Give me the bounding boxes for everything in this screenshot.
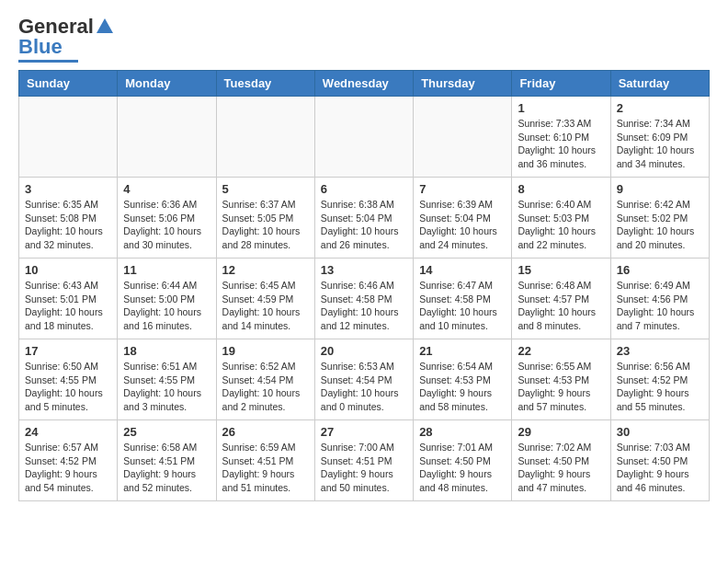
day-info: Sunrise: 6:39 AM Sunset: 5:04 PM Dayligh…	[419, 198, 506, 252]
calendar-cell: 21Sunrise: 6:54 AM Sunset: 4:53 PM Dayli…	[414, 339, 512, 420]
day-number: 12	[222, 263, 309, 277]
calendar-cell: 17Sunrise: 6:50 AM Sunset: 4:55 PM Dayli…	[19, 339, 118, 420]
day-number: 16	[617, 263, 703, 277]
day-number: 15	[518, 263, 604, 277]
day-number: 10	[25, 263, 111, 277]
day-number: 28	[419, 425, 506, 439]
calendar-cell: 27Sunrise: 7:00 AM Sunset: 4:51 PM Dayli…	[314, 420, 413, 501]
calendar-cell: 22Sunrise: 6:55 AM Sunset: 4:53 PM Dayli…	[512, 339, 610, 420]
day-number: 18	[123, 344, 210, 358]
day-info: Sunrise: 7:34 AM Sunset: 6:09 PM Dayligh…	[617, 117, 703, 171]
calendar-cell: 15Sunrise: 6:48 AM Sunset: 4:57 PM Dayli…	[512, 259, 610, 339]
day-number: 1	[518, 101, 604, 115]
day-header-monday: Monday	[118, 71, 216, 97]
day-info: Sunrise: 6:42 AM Sunset: 5:02 PM Dayligh…	[617, 198, 703, 252]
calendar-cell: 1Sunrise: 7:33 AM Sunset: 6:10 PM Daylig…	[512, 97, 610, 178]
calendar-week-3: 17Sunrise: 6:50 AM Sunset: 4:55 PM Dayli…	[19, 339, 710, 420]
calendar-cell: 20Sunrise: 6:53 AM Sunset: 4:54 PM Dayli…	[314, 339, 413, 420]
calendar-week-2: 10Sunrise: 6:43 AM Sunset: 5:01 PM Dayli…	[19, 259, 710, 339]
day-number: 5	[222, 182, 309, 196]
day-info: Sunrise: 6:50 AM Sunset: 4:55 PM Dayligh…	[25, 360, 111, 414]
logo-blue: Blue	[18, 35, 63, 59]
day-header-tuesday: Tuesday	[216, 71, 314, 97]
calendar-cell: 9Sunrise: 6:42 AM Sunset: 5:02 PM Daylig…	[610, 178, 709, 259]
calendar-cell: 24Sunrise: 6:57 AM Sunset: 4:52 PM Dayli…	[19, 420, 118, 501]
svg-marker-0	[97, 18, 113, 33]
calendar-header-row: SundayMondayTuesdayWednesdayThursdayFrid…	[19, 71, 710, 97]
day-info: Sunrise: 6:35 AM Sunset: 5:08 PM Dayligh…	[25, 198, 111, 252]
day-info: Sunrise: 6:55 AM Sunset: 4:53 PM Dayligh…	[518, 360, 604, 414]
calendar-cell: 10Sunrise: 6:43 AM Sunset: 5:01 PM Dayli…	[19, 259, 118, 339]
day-info: Sunrise: 6:44 AM Sunset: 5:00 PM Dayligh…	[123, 279, 210, 333]
day-number: 14	[419, 263, 506, 277]
day-number: 2	[617, 101, 703, 115]
day-info: Sunrise: 6:43 AM Sunset: 5:01 PM Dayligh…	[25, 279, 111, 333]
logo: General Blue	[18, 15, 115, 63]
day-info: Sunrise: 7:01 AM Sunset: 4:50 PM Dayligh…	[419, 441, 506, 495]
calendar-wrapper: SundayMondayTuesdayWednesdayThursdayFrid…	[0, 70, 728, 511]
calendar-cell: 3Sunrise: 6:35 AM Sunset: 5:08 PM Daylig…	[19, 178, 118, 259]
logo-icon	[95, 17, 115, 37]
day-number: 11	[123, 263, 210, 277]
day-number: 13	[321, 263, 407, 277]
day-header-sunday: Sunday	[19, 71, 118, 97]
calendar-cell: 23Sunrise: 6:56 AM Sunset: 4:52 PM Dayli…	[610, 339, 709, 420]
day-info: Sunrise: 6:36 AM Sunset: 5:06 PM Dayligh…	[123, 198, 210, 252]
calendar-cell	[19, 97, 118, 178]
calendar-cell: 6Sunrise: 6:38 AM Sunset: 5:04 PM Daylig…	[314, 178, 413, 259]
day-header-wednesday: Wednesday	[314, 71, 413, 97]
day-number: 21	[419, 344, 506, 358]
calendar-cell	[314, 97, 413, 178]
day-info: Sunrise: 6:40 AM Sunset: 5:03 PM Dayligh…	[518, 198, 604, 252]
day-info: Sunrise: 6:54 AM Sunset: 4:53 PM Dayligh…	[419, 360, 506, 414]
calendar-cell: 18Sunrise: 6:51 AM Sunset: 4:55 PM Dayli…	[118, 339, 216, 420]
day-info: Sunrise: 6:53 AM Sunset: 4:54 PM Dayligh…	[321, 360, 407, 414]
calendar-week-1: 3Sunrise: 6:35 AM Sunset: 5:08 PM Daylig…	[19, 178, 710, 259]
calendar-table: SundayMondayTuesdayWednesdayThursdayFrid…	[18, 70, 710, 501]
calendar-cell: 5Sunrise: 6:37 AM Sunset: 5:05 PM Daylig…	[216, 178, 314, 259]
day-info: Sunrise: 6:49 AM Sunset: 4:56 PM Dayligh…	[617, 279, 703, 333]
day-number: 19	[222, 344, 309, 358]
day-info: Sunrise: 6:56 AM Sunset: 4:52 PM Dayligh…	[617, 360, 703, 414]
day-number: 9	[617, 182, 703, 196]
calendar-cell: 26Sunrise: 6:59 AM Sunset: 4:51 PM Dayli…	[216, 420, 314, 501]
page-header: General Blue	[0, 0, 728, 70]
calendar-cell: 28Sunrise: 7:01 AM Sunset: 4:50 PM Dayli…	[414, 420, 512, 501]
calendar-cell: 19Sunrise: 6:52 AM Sunset: 4:54 PM Dayli…	[216, 339, 314, 420]
day-info: Sunrise: 6:46 AM Sunset: 4:58 PM Dayligh…	[321, 279, 407, 333]
calendar-cell: 16Sunrise: 6:49 AM Sunset: 4:56 PM Dayli…	[610, 259, 709, 339]
calendar-cell	[216, 97, 314, 178]
calendar-cell: 30Sunrise: 7:03 AM Sunset: 4:50 PM Dayli…	[610, 420, 709, 501]
day-number: 3	[25, 182, 111, 196]
calendar-cell: 7Sunrise: 6:39 AM Sunset: 5:04 PM Daylig…	[414, 178, 512, 259]
day-header-saturday: Saturday	[610, 71, 709, 97]
day-number: 7	[419, 182, 506, 196]
calendar-cell: 14Sunrise: 6:47 AM Sunset: 4:58 PM Dayli…	[414, 259, 512, 339]
day-number: 23	[617, 344, 703, 358]
day-info: Sunrise: 6:47 AM Sunset: 4:58 PM Dayligh…	[419, 279, 506, 333]
day-info: Sunrise: 6:48 AM Sunset: 4:57 PM Dayligh…	[518, 279, 604, 333]
calendar-cell: 11Sunrise: 6:44 AM Sunset: 5:00 PM Dayli…	[118, 259, 216, 339]
day-number: 29	[518, 425, 604, 439]
day-info: Sunrise: 6:38 AM Sunset: 5:04 PM Dayligh…	[321, 198, 407, 252]
day-number: 17	[25, 344, 111, 358]
logo-underline	[18, 60, 78, 63]
day-number: 25	[123, 425, 210, 439]
day-info: Sunrise: 7:03 AM Sunset: 4:50 PM Dayligh…	[617, 441, 703, 495]
day-number: 8	[518, 182, 604, 196]
calendar-cell: 2Sunrise: 7:34 AM Sunset: 6:09 PM Daylig…	[610, 97, 709, 178]
day-info: Sunrise: 6:59 AM Sunset: 4:51 PM Dayligh…	[222, 441, 309, 495]
day-info: Sunrise: 7:02 AM Sunset: 4:50 PM Dayligh…	[518, 441, 604, 495]
calendar-cell	[118, 97, 216, 178]
calendar-cell: 8Sunrise: 6:40 AM Sunset: 5:03 PM Daylig…	[512, 178, 610, 259]
calendar-week-0: 1Sunrise: 7:33 AM Sunset: 6:10 PM Daylig…	[19, 97, 710, 178]
day-info: Sunrise: 6:45 AM Sunset: 4:59 PM Dayligh…	[222, 279, 309, 333]
day-number: 20	[321, 344, 407, 358]
day-number: 4	[123, 182, 210, 196]
day-header-thursday: Thursday	[414, 71, 512, 97]
day-info: Sunrise: 7:33 AM Sunset: 6:10 PM Dayligh…	[518, 117, 604, 171]
day-number: 27	[321, 425, 407, 439]
calendar-week-4: 24Sunrise: 6:57 AM Sunset: 4:52 PM Dayli…	[19, 420, 710, 501]
day-number: 22	[518, 344, 604, 358]
calendar-cell: 29Sunrise: 7:02 AM Sunset: 4:50 PM Dayli…	[512, 420, 610, 501]
